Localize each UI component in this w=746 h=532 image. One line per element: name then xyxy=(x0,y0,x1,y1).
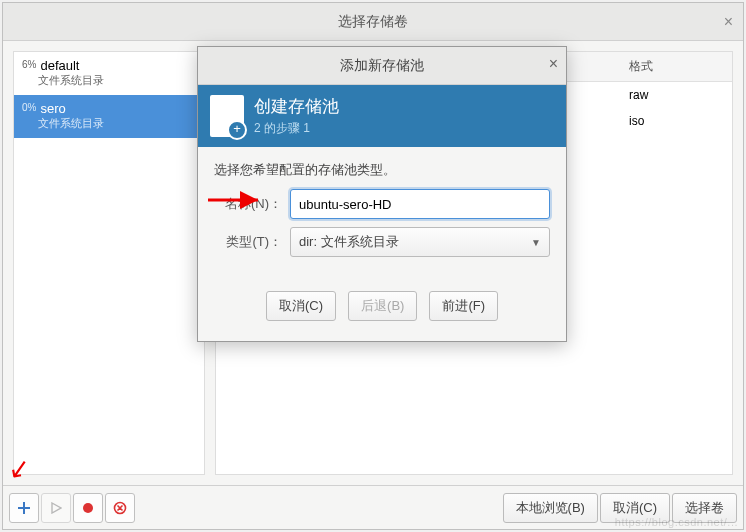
main-titlebar: 选择存储卷 × xyxy=(3,3,743,41)
chevron-down-icon: ▼ xyxy=(531,237,541,248)
add-pool-dialog: 添加新存储池 × 创建存储池 2 的步骤 1 选择您希望配置的存储池类型。 名称… xyxy=(197,46,567,342)
dialog-cancel-button[interactable]: 取消(C) xyxy=(266,291,336,321)
stop-button[interactable] xyxy=(73,493,103,523)
play-icon xyxy=(50,502,62,514)
delete-icon xyxy=(113,501,127,515)
banner-title: 创建存储池 xyxy=(254,95,339,118)
plus-icon xyxy=(17,501,31,515)
watermark: https://blog.csdn.net/... xyxy=(615,516,738,528)
dialog-content: 选择您希望配置的存储池类型。 名称(N)： 类型(T)： dir: 文件系统目录… xyxy=(198,147,566,273)
pool-list: 6% default 文件系统目录 0% sero 文件系统目录 xyxy=(14,52,204,474)
record-icon xyxy=(81,501,95,515)
type-value: dir: 文件系统目录 xyxy=(299,233,399,251)
pool-item-default[interactable]: 6% default 文件系统目录 xyxy=(14,52,204,95)
type-label: 类型(T)： xyxy=(214,233,282,251)
add-pool-button[interactable] xyxy=(9,493,39,523)
close-icon[interactable]: × xyxy=(724,13,733,31)
play-button[interactable] xyxy=(41,493,71,523)
name-label: 名称(N)： xyxy=(214,195,282,213)
browse-local-button[interactable]: 本地浏览(B) xyxy=(503,493,598,523)
pool-name: default xyxy=(40,58,79,73)
dialog-prompt: 选择您希望配置的存储池类型。 xyxy=(214,161,550,179)
dialog-titlebar: 添加新存储池 × xyxy=(198,47,566,85)
cell-format: raw xyxy=(621,82,732,109)
main-title: 选择存储卷 xyxy=(338,13,408,31)
pool-percent: 6% xyxy=(22,59,36,70)
cell-format: iso xyxy=(621,108,732,134)
dialog-actions: 取消(C) 后退(B) 前进(F) xyxy=(198,273,566,341)
delete-button[interactable] xyxy=(105,493,135,523)
pool-sidebar: 6% default 文件系统目录 0% sero 文件系统目录 xyxy=(13,51,205,475)
col-format[interactable]: 格式 xyxy=(621,52,732,82)
dialog-title: 添加新存储池 xyxy=(340,57,424,75)
new-pool-icon xyxy=(210,95,244,137)
name-input[interactable] xyxy=(290,189,550,219)
type-combo[interactable]: dir: 文件系统目录 ▼ xyxy=(290,227,550,257)
pool-sub: 文件系统目录 xyxy=(38,73,196,88)
pool-percent: 0% xyxy=(22,102,36,113)
dialog-back-button[interactable]: 后退(B) xyxy=(348,291,417,321)
dialog-banner: 创建存储池 2 的步骤 1 xyxy=(198,85,566,147)
pool-name: sero xyxy=(40,101,65,116)
svg-point-0 xyxy=(83,503,93,513)
banner-step: 2 的步骤 1 xyxy=(254,120,339,137)
pool-item-sero[interactable]: 0% sero 文件系统目录 xyxy=(14,95,204,138)
close-icon[interactable]: × xyxy=(549,55,558,73)
dialog-forward-button[interactable]: 前进(F) xyxy=(429,291,498,321)
pool-sub: 文件系统目录 xyxy=(38,116,196,131)
